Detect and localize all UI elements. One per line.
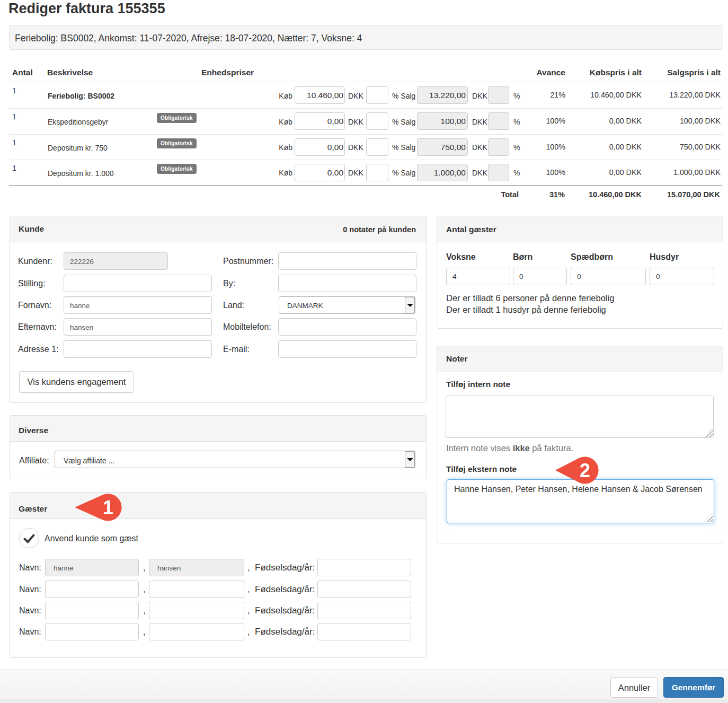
svg-text:2: 2 [580, 460, 590, 481]
svg-text:1: 1 [103, 497, 113, 519]
